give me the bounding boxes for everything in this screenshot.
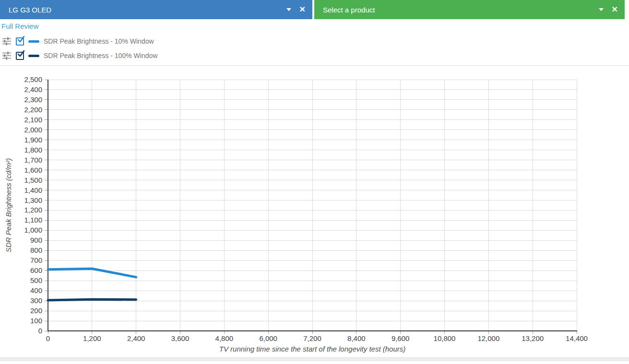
- x-axis-title: TV running time since the start of the l…: [48, 345, 577, 353]
- ytick-label: 1,900: [0, 135, 42, 145]
- gridline-v: [577, 80, 577, 331]
- xtick-mark: [356, 331, 356, 334]
- ytick-label: 400: [0, 286, 42, 295]
- xtick-mark: [444, 331, 445, 334]
- xtick-label: 14,400: [555, 334, 598, 343]
- ytick-label: 200: [0, 306, 42, 316]
- xtick-label: 7,200: [291, 334, 334, 343]
- gridline-v: [488, 80, 489, 331]
- ytick-label: 700: [0, 256, 42, 265]
- ytick-label: 2,300: [0, 95, 42, 105]
- gridline-v: [92, 80, 92, 331]
- ytick-label: 2,100: [0, 115, 42, 125]
- gridline-v: [224, 80, 225, 331]
- ytick-label: 100: [0, 316, 42, 326]
- ytick-label: 1,700: [0, 155, 42, 165]
- ytick-label: 2,500: [0, 75, 42, 84]
- xtick-label: 3,600: [159, 334, 202, 343]
- gridline-v: [533, 80, 533, 331]
- xtick-mark: [48, 331, 48, 334]
- ytick-label: 900: [0, 235, 42, 245]
- horizontal-scrollbar-track[interactable]: [0, 357, 629, 361]
- ytick-label: 2,000: [0, 125, 42, 135]
- ytick-label: 600: [0, 266, 42, 275]
- xtick-mark: [400, 331, 401, 334]
- gridline-v: [136, 80, 136, 331]
- xtick-label: 13,200: [511, 334, 554, 343]
- xtick-label: 9,600: [379, 334, 422, 343]
- xtick-mark: [533, 331, 533, 334]
- xtick-mark: [312, 331, 313, 334]
- data-series-lines: [0, 0, 629, 364]
- ytick-label: 1,100: [0, 215, 42, 225]
- xtick-mark: [180, 331, 180, 334]
- ytick-label: 1,000: [0, 225, 42, 235]
- xtick-mark: [92, 331, 92, 334]
- xtick-label: 6,000: [247, 334, 290, 343]
- gridline-v: [312, 80, 313, 331]
- xtick-mark: [268, 331, 269, 334]
- xtick-label: 4,800: [202, 334, 246, 343]
- ytick-label: 1,800: [0, 145, 42, 155]
- ytick-label: 2,400: [0, 85, 42, 94]
- ytick-label: 1,300: [0, 196, 42, 205]
- xtick-mark: [488, 331, 489, 334]
- xtick-label: 1,200: [71, 334, 114, 343]
- gridline-v: [400, 80, 401, 331]
- gridline-v: [444, 80, 445, 331]
- x-axis-line: [47, 330, 577, 331]
- xtick-mark: [136, 331, 136, 334]
- xtick-label: 2,400: [115, 334, 158, 343]
- ytick-label: 1,200: [0, 205, 42, 215]
- ytick-label: 1,600: [0, 165, 42, 175]
- y-axis-line: [47, 80, 48, 331]
- xtick-mark: [577, 331, 577, 334]
- xtick-label: 8,400: [335, 334, 378, 343]
- gridline-v: [180, 80, 180, 331]
- xtick-label: 12,000: [467, 334, 510, 343]
- ytick-label: 500: [0, 276, 42, 285]
- page: LG G3 OLED ✕ Select a product ✕ Full Rev…: [0, 0, 629, 364]
- xtick-mark: [224, 331, 225, 334]
- gridline-v: [268, 80, 269, 331]
- brightness-chart: SDR Peak Brightness (cd/m²) TV running t…: [0, 0, 629, 364]
- gridline-v: [356, 80, 356, 331]
- xtick-label: 0: [26, 334, 70, 343]
- ytick-label: 2,200: [0, 105, 42, 115]
- ytick-label: 800: [0, 246, 42, 255]
- ytick-label: 1,500: [0, 176, 42, 185]
- ytick-label: 300: [0, 296, 42, 305]
- ytick-label: 1,400: [0, 186, 42, 195]
- xtick-label: 10,800: [423, 334, 466, 343]
